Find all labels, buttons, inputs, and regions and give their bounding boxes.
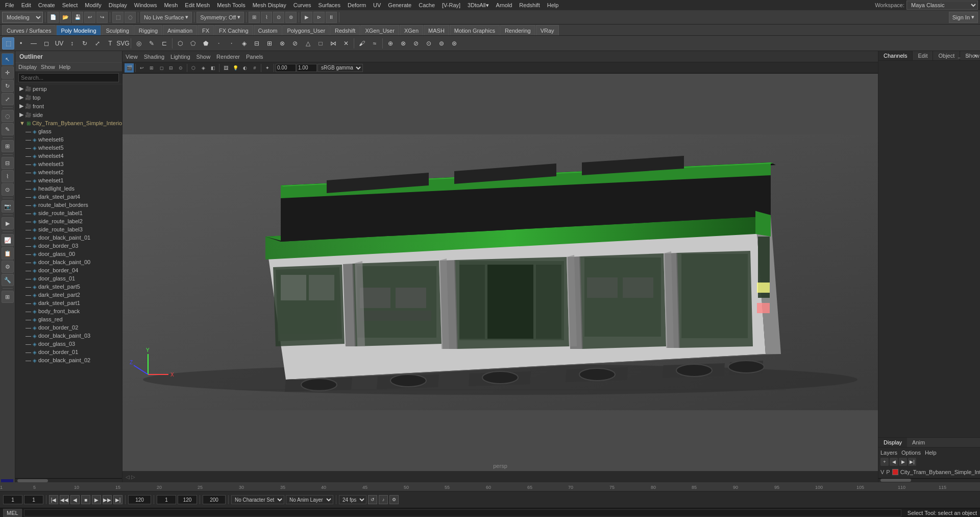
menu-mesh-display[interactable]: Mesh Display <box>250 1 289 9</box>
outliner-display-menu[interactable]: Display <box>18 64 37 70</box>
vp-camera-undo[interactable]: ↩ <box>137 63 146 73</box>
tab-poly-modeling[interactable]: Poly Modeling <box>56 25 101 35</box>
list-item[interactable]: — ◈ door_glass_03 <box>15 340 122 348</box>
tab-motion-graphics[interactable]: Motion Graphics <box>450 25 500 35</box>
tab-vray[interactable]: VRay <box>536 25 559 35</box>
tab-rendering[interactable]: Rendering <box>500 25 535 35</box>
ipr-btn[interactable]: ⊳ <box>313 12 325 23</box>
maximize-panel-btn[interactable]: □ <box>964 52 971 59</box>
camera-tool[interactable]: 📷 <box>2 200 14 213</box>
outliner-item-front[interactable]: ▶ 🎥 front <box>15 102 122 110</box>
save-file-btn[interactable]: 💾 <box>72 12 83 23</box>
list-item[interactable]: — ◈ dark_steel_part4 <box>15 193 122 201</box>
smooth-btn[interactable]: ◈ <box>238 37 250 50</box>
close-panel-btn[interactable]: ✕ <box>972 52 979 59</box>
tool-settings[interactable]: 🔧 <box>2 274 14 286</box>
frame-start-input[interactable] <box>3 495 22 504</box>
uvmap-btn[interactable]: UV <box>53 37 65 50</box>
vp-texture[interactable]: 🖼 <box>221 63 230 73</box>
snap-to-point[interactable]: ⊙ <box>2 183 14 196</box>
list-item[interactable]: — ◈ door_glass_01 <box>15 274 122 283</box>
vp-value2-input[interactable] <box>297 64 317 72</box>
outliner-show-menu[interactable]: Show <box>41 64 55 70</box>
menu-curves[interactable]: Curves <box>290 1 314 9</box>
menu-mesh[interactable]: Mesh <box>161 1 181 9</box>
vp-value1-input[interactable] <box>276 64 296 72</box>
menu-windows[interactable]: Windows <box>131 1 160 9</box>
tab-mash[interactable]: MASH <box>424 25 449 35</box>
tab-custom[interactable]: Custom <box>254 25 282 35</box>
tab-redshift[interactable]: Redshift <box>330 25 360 35</box>
list-item[interactable]: — ◈ wheelset4 <box>15 152 122 160</box>
snap-grid-btn[interactable]: ⊞ <box>249 12 260 23</box>
menu-edit-mesh[interactable]: Edit Mesh <box>182 1 213 9</box>
list-item[interactable]: — ◈ headlight_leds <box>15 184 122 193</box>
menu-file[interactable]: File <box>2 1 17 9</box>
outliner-item-persp[interactable]: ▶ 🎥 persp <box>15 84 122 93</box>
vp-camera-toggle[interactable]: 🎬 <box>125 63 134 73</box>
list-item[interactable]: — ◈ door_glass_00 <box>15 250 122 258</box>
minimize-panel-btn[interactable]: _ <box>955 52 963 59</box>
menu-vray[interactable]: [V-Ray] <box>439 1 463 9</box>
edge-mode-btn[interactable]: — <box>28 37 40 50</box>
menu-mesh-tools[interactable]: Mesh Tools <box>214 1 248 9</box>
vp-menu-lighting[interactable]: Lighting <box>170 54 190 60</box>
select-tool-btn[interactable]: ⬚ <box>112 12 124 23</box>
tab-xgen[interactable]: XGen <box>400 25 423 35</box>
combine-btn[interactable]: ⊞ <box>263 37 276 50</box>
vertex-mode-btn[interactable]: • <box>15 37 27 50</box>
list-item[interactable]: — ◈ wheelset6 <box>15 135 122 144</box>
soft-select-btn[interactable]: ◎ <box>133 37 145 50</box>
move-tool[interactable]: ✛ <box>2 66 14 79</box>
mirror-btn[interactable]: ⊘ <box>289 37 301 50</box>
boolean-btn[interactable]: ⊗ <box>276 37 288 50</box>
viewport-canvas[interactable]: X Y Z persp <box>122 74 878 471</box>
list-item[interactable]: — ◈ side_route_label2 <box>15 217 122 225</box>
layer-prev-btn[interactable]: ◀ <box>890 458 898 466</box>
lasso-tool-btn[interactable]: ◌ <box>125 12 136 23</box>
text-btn[interactable]: T <box>104 37 116 50</box>
mel-input[interactable] <box>24 509 901 516</box>
outliner-help-menu[interactable]: Help <box>59 64 71 70</box>
audio-btn[interactable]: ♪ <box>379 495 388 504</box>
workspace-dropdown[interactable]: Maya Classic <box>906 1 978 10</box>
vp-shadow[interactable]: ◐ <box>240 63 250 73</box>
new-file-btn[interactable]: 📄 <box>47 12 59 23</box>
vp-grid[interactable]: # <box>250 63 259 73</box>
step-back-btn[interactable]: ◀◀ <box>60 495 69 504</box>
vp-flat[interactable]: ◧ <box>208 63 217 73</box>
snap-point-btn[interactable]: ⊙ <box>273 12 284 23</box>
tri-btn[interactable]: △ <box>302 37 314 50</box>
menu-create[interactable]: Create <box>35 1 58 9</box>
reduce-btn[interactable]: ⋈ <box>327 37 339 50</box>
symmetry-btn[interactable]: Symmetry: Off ▾ <box>197 12 244 23</box>
transform-btn[interactable]: ↕ <box>66 37 78 50</box>
list-item[interactable]: — ◈ door_black_paint_01 <box>15 233 122 242</box>
menu-redshift[interactable]: Redshift <box>516 1 543 9</box>
tab-curves-surfaces[interactable]: Curves / Surfaces <box>2 25 56 35</box>
no-live-surface-btn[interactable]: No Live Surface ▾ <box>140 12 192 23</box>
tab-xgen-user[interactable]: XGen_User <box>360 25 399 35</box>
vp-light[interactable]: 💡 <box>231 63 240 73</box>
vp-menu-view[interactable]: View <box>126 54 138 60</box>
relax-btn[interactable]: ≈ <box>369 37 381 50</box>
play-fwd-btn[interactable]: ▶ <box>92 495 101 504</box>
list-item[interactable]: — ◈ wheelset5 <box>15 144 122 152</box>
paint-attr-btn[interactable]: 🖌 <box>356 37 368 50</box>
quad-btn[interactable]: □ <box>314 37 327 50</box>
menu-modify[interactable]: Modify <box>82 1 104 9</box>
tab-anim[interactable]: Anim <box>907 438 930 447</box>
render-view-tool[interactable]: ▶ <box>2 217 14 229</box>
menu-help[interactable]: Help <box>544 1 562 9</box>
layers-menu-help[interactable]: Help <box>925 450 937 456</box>
merge-btn[interactable]: ⬞ <box>212 37 225 50</box>
range-end-input[interactable] <box>178 495 197 504</box>
mark6-btn[interactable]: ⊛ <box>448 37 460 50</box>
tab-sculpting[interactable]: Sculpting <box>102 25 134 35</box>
stop-btn[interactable]: ■ <box>81 495 90 504</box>
lasso-tool[interactable]: ◌ <box>2 110 14 122</box>
outliner-item-tram-group[interactable]: ▼ ⊞ City_Tram_Bybanen_Simple_Interior_C.… <box>15 119 122 127</box>
bridge-btn[interactable]: ⬟ <box>200 37 212 50</box>
menu-arnold[interactable]: Arnold <box>493 1 516 9</box>
list-item[interactable]: — ◈ wheelset2 <box>15 168 122 176</box>
